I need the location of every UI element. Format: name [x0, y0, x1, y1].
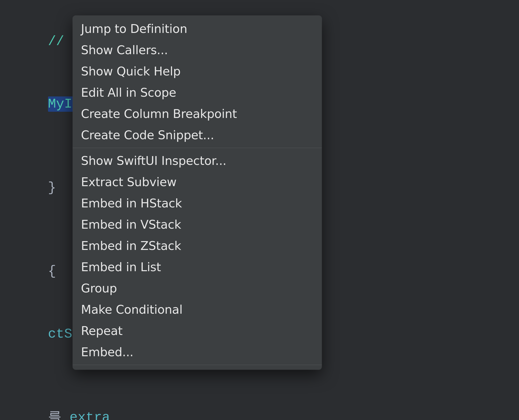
- menu-item-make-conditional[interactable]: Make Conditional: [73, 299, 322, 320]
- menu-separator-2: [73, 365, 322, 365]
- menu-item-embed-in-vstack[interactable]: Embed in VStack: [73, 214, 322, 235]
- menu-item-create-code-snippet[interactable]: Create Code Snippet...: [73, 124, 322, 146]
- menu-item-show-swiftui-inspector[interactable]: Show SwiftUI Inspector...: [73, 150, 322, 171]
- menu-item-extract-subview[interactable]: Extract Subview: [73, 171, 322, 193]
- menu-item-show-quick-help[interactable]: Show Quick Help: [73, 61, 322, 82]
- menu-item-edit-all-in-scope[interactable]: Edit All in Scope: [73, 82, 322, 103]
- menu-item-show-callers[interactable]: Show Callers...: [73, 39, 322, 61]
- context-menu: Jump to Definition Show Callers... Show …: [73, 16, 322, 370]
- menu-item-embed-in-list[interactable]: Embed in List: [73, 256, 322, 278]
- code-line-9: 를 extra: [16, 387, 503, 420]
- menu-separator-1: [73, 148, 322, 148]
- menu-item-embed-in-zstack[interactable]: Embed in ZStack: [73, 235, 322, 256]
- menu-item-group[interactable]: Group: [73, 278, 322, 299]
- menu-item-embed-in-hstack[interactable]: Embed in HStack: [73, 193, 322, 214]
- menu-item-embed[interactable]: Embed...: [73, 341, 322, 363]
- menu-item-create-column-breakpoint[interactable]: Create Column Breakpoint: [73, 103, 322, 124]
- menu-item-jump-to-definition[interactable]: Jump to Definition: [73, 18, 322, 39]
- menu-item-repeat[interactable]: Repeat: [73, 320, 322, 341]
